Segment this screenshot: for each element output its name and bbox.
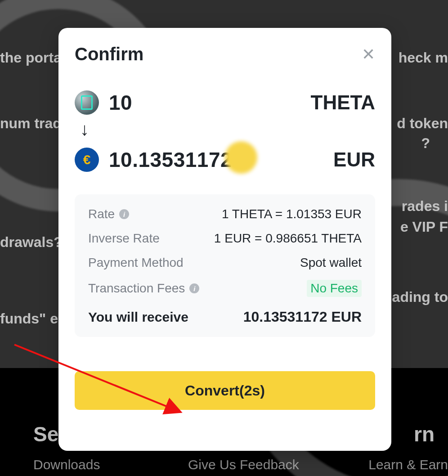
- from-amount: 10: [109, 90, 132, 115]
- rate-value: 1 THETA = 1.01353 EUR: [222, 207, 362, 221]
- payment-method-value: Spot wallet: [300, 256, 362, 270]
- payment-method-label: Payment Method: [88, 256, 184, 270]
- fees-value: No Fees: [307, 280, 362, 297]
- highlight-dot: [225, 141, 257, 174]
- arrow-down-icon: ↓: [80, 119, 375, 139]
- info-icon[interactable]: i: [189, 283, 199, 293]
- rate-row: Ratei 1 THETA = 1.01353 EUR: [88, 207, 362, 221]
- receive-value: 10.13531172 EUR: [243, 309, 362, 325]
- inverse-rate-label: Inverse Rate: [88, 231, 160, 246]
- to-amount: 10.13531172: [109, 148, 232, 172]
- modal-title: Confirm: [75, 44, 143, 64]
- to-symbol: EUR: [333, 148, 375, 171]
- fees-label: Transaction Fees: [88, 281, 185, 296]
- inverse-rate-value: 1 EUR = 0.986651 THETA: [214, 231, 362, 246]
- fees-row: Transaction Feesi No Fees: [88, 280, 362, 297]
- rate-label: Rate: [88, 207, 115, 221]
- convert-button[interactable]: Convert(2s): [75, 371, 375, 410]
- payment-method-row: Payment Method Spot wallet: [88, 256, 362, 270]
- confirm-modal: Confirm ✕ 10 THETA ↓ 10.13531172 EUR Rat…: [58, 28, 391, 451]
- receive-row: You will receive 10.13531172 EUR: [88, 309, 362, 325]
- eur-icon: [75, 148, 99, 172]
- from-symbol: THETA: [311, 91, 375, 114]
- inverse-rate-row: Inverse Rate 1 EUR = 0.986651 THETA: [88, 231, 362, 246]
- details-panel: Ratei 1 THETA = 1.01353 EUR Inverse Rate…: [75, 194, 375, 337]
- receive-label: You will receive: [88, 310, 188, 325]
- close-icon[interactable]: ✕: [362, 46, 375, 63]
- info-icon[interactable]: i: [119, 209, 129, 219]
- from-row: 10 THETA: [75, 90, 375, 115]
- theta-icon: [75, 90, 99, 115]
